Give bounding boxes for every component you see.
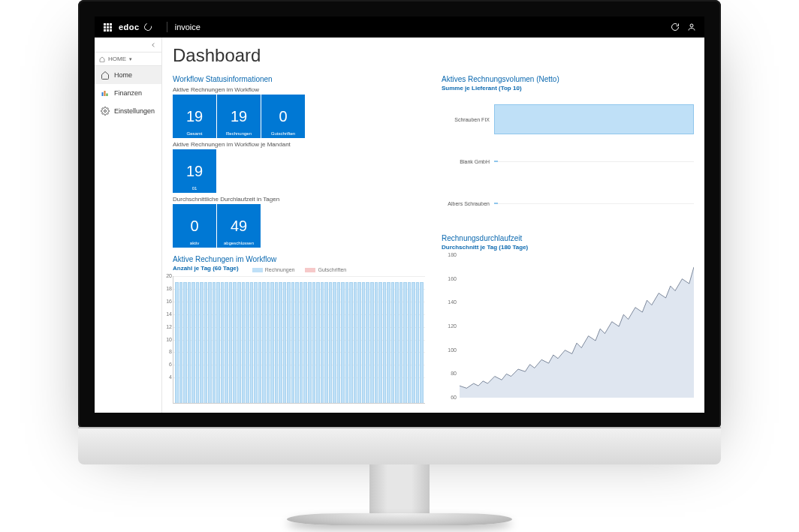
bar [349, 282, 353, 403]
throughput-subtitle: Durchschnitt je Tag (180 Tage) [442, 244, 694, 251]
bar [308, 282, 312, 403]
hbar-bar [494, 104, 694, 134]
bar [375, 282, 378, 403]
volume-title: Aktives Rechnungsvolumen (Netto) [442, 75, 694, 83]
hbar-bar [494, 203, 498, 204]
bar [383, 282, 387, 403]
bar [316, 282, 320, 403]
hbar-category-label: Albers Schrauben [442, 201, 494, 206]
y-tick-label: 140 [440, 299, 457, 305]
refresh-icon[interactable] [670, 22, 680, 32]
sidebar-collapse-button[interactable] [95, 38, 161, 53]
y-tick-label: 80 [440, 371, 457, 376]
bar [337, 282, 341, 403]
breadcrumb[interactable]: HOME ▾ [95, 53, 161, 66]
svg-point-4 [104, 110, 107, 113]
sidebar-item-finanzen[interactable]: Finanzen [95, 84, 161, 102]
bar [200, 282, 204, 403]
bar [237, 282, 241, 403]
monitor-chin [78, 427, 721, 464]
svg-rect-1 [102, 92, 104, 96]
bar [400, 282, 403, 403]
throughput-title: Rechnungsdurchlaufzeit [442, 234, 694, 242]
tile-label: Gesamt [173, 131, 216, 136]
svg-rect-2 [104, 91, 106, 96]
bar [267, 282, 270, 403]
sidebar-item-home[interactable]: Home [95, 66, 161, 84]
volume-subtitle: Summe je Lieferant (Top 10) [442, 85, 694, 92]
bar [324, 282, 328, 403]
y-tick-label: 20 [162, 273, 172, 278]
app-bar: edoc invoice [95, 17, 704, 38]
workflow-avg-label: Durchschnittliche Durchlaufzeit in Tagen [173, 196, 425, 203]
bar [191, 282, 195, 403]
bar [303, 282, 307, 403]
tile-value: 19 [231, 108, 247, 125]
bar [416, 282, 420, 403]
bar [362, 282, 366, 403]
hbar-category-label: Blank GmbH [442, 159, 494, 164]
bar [254, 282, 258, 403]
y-tick-label: 6 [162, 362, 172, 367]
bar [287, 282, 291, 403]
bar [204, 282, 208, 403]
sidebar-item-einstellungen[interactable]: Einstellungen [95, 102, 161, 120]
stat-tile[interactable]: 19Rechnungen [217, 95, 261, 138]
tile-value: 0 [279, 108, 287, 125]
brand-logo-icon [143, 22, 153, 32]
bar [300, 282, 303, 403]
bar [279, 282, 282, 403]
tile-label: aktiv [173, 241, 216, 245]
bar [312, 282, 316, 403]
sidebar-item-label: Finanzen [114, 89, 142, 97]
tile-row-mandant: 1901 [173, 149, 425, 193]
y-tick-label: 12 [162, 324, 172, 329]
hbar-row: Albers Schrauben [442, 185, 694, 222]
stat-tile[interactable]: 0Gutschriften [261, 95, 305, 138]
gear-icon [101, 107, 110, 116]
bar [366, 282, 369, 403]
y-tick-label: 120 [440, 323, 457, 329]
stat-tile[interactable]: 49abgeschlossen [217, 204, 261, 248]
tile-value: 19 [186, 163, 203, 180]
y-tick-label: 100 [440, 347, 457, 353]
hbar-row: Blank GmbH [442, 143, 694, 180]
nav-list: HomeFinanzenEinstellungen [95, 66, 161, 120]
y-tick-label: 4 [162, 374, 172, 380]
monitor-stand-neck [369, 464, 430, 516]
y-tick-label: 60 [440, 395, 457, 400]
y-tick-label: 180 [440, 252, 457, 257]
bar [354, 282, 357, 403]
bar [262, 282, 266, 403]
barchart-legend: Rechnungen Gutschriften [173, 267, 425, 272]
hbar-chart-suppliers: Schrauben FIXBlank GmbHAlbers Schrauben [442, 96, 694, 224]
stat-tile[interactable]: 0aktiv [173, 204, 216, 248]
sidebar-item-label: Home [114, 71, 132, 79]
bar [258, 282, 262, 403]
throughput-area-chart [460, 255, 694, 398]
workflow-active-label: Aktive Rechnungen im Workflow [173, 86, 425, 93]
tile-label: Gutschriften [261, 131, 305, 136]
bar [179, 282, 183, 403]
y-tick-label: 8 [162, 349, 172, 354]
bar [408, 282, 412, 403]
screen: edoc invoice HOME ▾ [95, 17, 704, 413]
monitor-stand-foot [287, 513, 512, 525]
bar [216, 282, 220, 403]
bar [412, 282, 415, 403]
stat-tile[interactable]: 1901 [173, 149, 216, 193]
stat-tile[interactable]: 19Gesamt [173, 95, 216, 138]
y-tick-label: 18 [162, 286, 172, 291]
legend-rechnungen: Rechnungen [265, 267, 295, 272]
user-icon[interactable] [686, 22, 697, 32]
page-title: Dashboard [173, 45, 694, 66]
bar [345, 282, 349, 403]
barchart-active-invoices: Rechnungen Gutschriften 468101214161820 [173, 276, 425, 404]
bar [250, 282, 254, 403]
barchart-bars [173, 276, 425, 403]
workflow-permandant-label: Aktive Rechnungen im Workflow je Mandant [173, 141, 425, 148]
svg-rect-3 [107, 94, 108, 97]
bar [221, 282, 225, 403]
apps-grid-icon[interactable] [102, 22, 113, 32]
hbar-category-label: Schrauben FIX [442, 117, 494, 122]
